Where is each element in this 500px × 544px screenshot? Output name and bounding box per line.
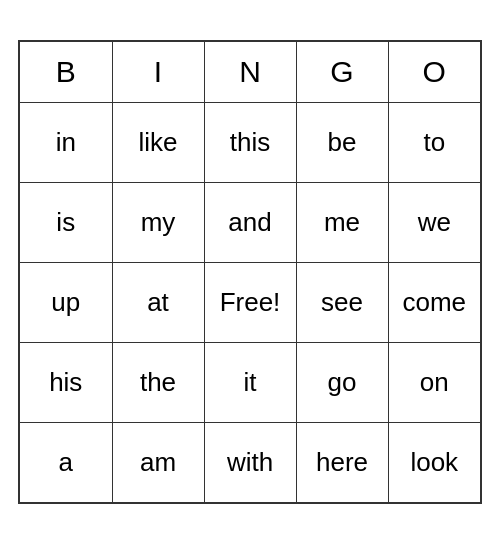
bingo-cell-r1-c3: me [296,182,388,262]
table-row: aamwithherelook [20,422,480,502]
table-row: ismyandmewe [20,182,480,262]
header-row: BINGO [20,42,480,102]
bingo-cell-r2-c4: come [388,262,480,342]
bingo-cell-r0-c3: be [296,102,388,182]
header-cell-b: B [20,42,112,102]
bingo-cell-r1-c4: we [388,182,480,262]
bingo-cell-r1-c2: and [204,182,296,262]
bingo-cell-r2-c3: see [296,262,388,342]
bingo-cell-r3-c1: the [112,342,204,422]
bingo-cell-r3-c4: on [388,342,480,422]
bingo-cell-r4-c2: with [204,422,296,502]
bingo-cell-r4-c0: a [20,422,112,502]
bingo-cell-r2-c1: at [112,262,204,342]
bingo-cell-r0-c1: like [112,102,204,182]
bingo-table: BINGO inlikethisbetoismyandmeweupatFree!… [20,42,480,502]
bingo-cell-r3-c2: it [204,342,296,422]
header-cell-i: I [112,42,204,102]
bingo-cell-r0-c0: in [20,102,112,182]
bingo-cell-r3-c0: his [20,342,112,422]
bingo-cell-r2-c2: Free! [204,262,296,342]
table-row: upatFree!seecome [20,262,480,342]
table-row: inlikethisbeto [20,102,480,182]
bingo-cell-r1-c0: is [20,182,112,262]
bingo-cell-r2-c0: up [20,262,112,342]
header-cell-n: N [204,42,296,102]
table-row: histheitgoon [20,342,480,422]
header-cell-g: G [296,42,388,102]
bingo-cell-r0-c2: this [204,102,296,182]
bingo-cell-r4-c3: here [296,422,388,502]
bingo-cell-r3-c3: go [296,342,388,422]
bingo-card: BINGO inlikethisbetoismyandmeweupatFree!… [18,40,482,504]
bingo-cell-r0-c4: to [388,102,480,182]
header-cell-o: O [388,42,480,102]
bingo-cell-r4-c1: am [112,422,204,502]
bingo-cell-r4-c4: look [388,422,480,502]
bingo-cell-r1-c1: my [112,182,204,262]
